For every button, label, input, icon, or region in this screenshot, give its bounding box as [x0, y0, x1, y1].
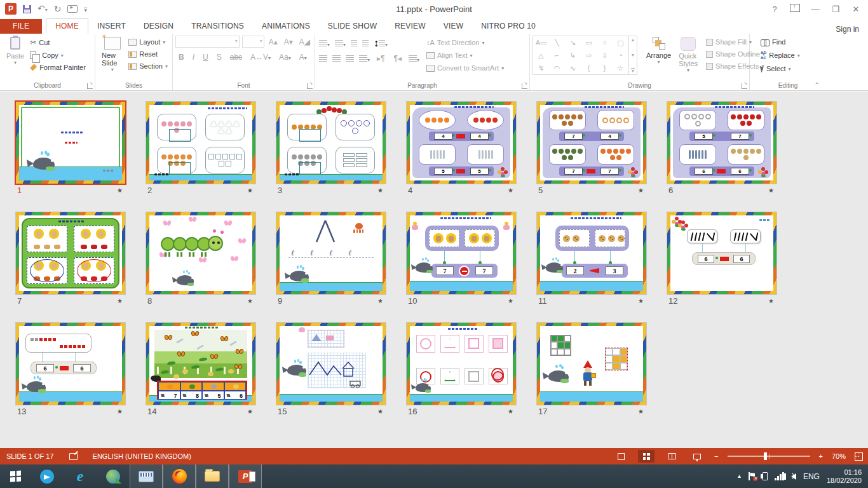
slide-thumbnail-17[interactable] [537, 323, 646, 405]
onscreen-keyboard-icon[interactable] [130, 464, 163, 488]
slide-thumbnail-16[interactable] [407, 323, 516, 405]
slide-thumbnail-3[interactable] [276, 102, 386, 184]
normal-view-icon[interactable] [613, 450, 629, 463]
italic-button[interactable]: I [191, 53, 196, 62]
new-slide-button[interactable]: New Slide▾ [98, 36, 126, 80]
change-case-button[interactable]: Aa▾ [277, 53, 293, 62]
clock[interactable]: 01:1618/02/2020 [827, 468, 862, 485]
strikethrough-button[interactable]: abc [228, 53, 244, 62]
paste-button[interactable]: Paste▾ [3, 36, 28, 80]
reading-view-icon[interactable] [663, 450, 680, 463]
select-button[interactable]: Select▾ [759, 64, 824, 74]
close-icon[interactable]: ✕ [848, 4, 864, 14]
slide-sorter-view-icon[interactable] [638, 450, 654, 463]
font-color-button[interactable]: A▾ [297, 53, 309, 62]
slide-thumbnail-8[interactable] [146, 212, 255, 294]
slide-thumbnail-14[interactable]: \\\\7\\\\8\\\\5\\\\6 [146, 323, 255, 405]
numbering-button[interactable]: ▾ [335, 37, 346, 49]
slideshow-view-icon[interactable] [689, 450, 705, 463]
align-center-button[interactable] [332, 53, 341, 64]
restore-icon[interactable]: ❐ [827, 4, 844, 14]
help-icon[interactable]: ? [766, 4, 783, 14]
tab-file[interactable]: FILE [0, 19, 42, 34]
idm-icon[interactable] [97, 464, 130, 488]
justify-button[interactable]: ▾ [359, 53, 370, 64]
ltr-direction-button[interactable]: ▸¶ [375, 54, 386, 63]
redo-icon[interactable]: ↻ [54, 4, 62, 14]
decrease-indent-button[interactable] [351, 37, 357, 49]
file-explorer-icon[interactable] [196, 464, 229, 488]
zoom-slider[interactable] [728, 456, 810, 457]
tab-slide-show[interactable]: SLIDE SHOW [319, 19, 386, 34]
quick-styles-button[interactable]: Quick Styles▾ [675, 36, 702, 80]
zoom-level[interactable]: 70% [832, 452, 846, 460]
rtl-direction-button[interactable]: ¶◂ [391, 54, 403, 63]
tab-animations[interactable]: ANIMATIONS [253, 19, 319, 34]
ribbon-display-icon[interactable] [787, 4, 803, 14]
fit-to-window-icon[interactable] [855, 452, 863, 461]
bullets-button[interactable]: ▾ [319, 37, 330, 49]
layout-button[interactable]: Layout▾ [126, 37, 170, 47]
align-left-button[interactable] [319, 53, 327, 64]
sign-in-link[interactable]: Sign in [836, 25, 868, 34]
font-name-combo[interactable] [175, 36, 240, 48]
convert-smartart-button[interactable]: Convert to SmartArt▾ [424, 63, 506, 73]
notes-icon[interactable] [69, 453, 78, 460]
slide-thumbnail-2[interactable] [146, 102, 255, 184]
arrange-button[interactable]: Arrange▾ [642, 36, 675, 80]
slide-thumbnail-15[interactable] [276, 323, 386, 405]
tab-home[interactable]: HOME [46, 18, 88, 34]
increase-indent-button[interactable] [362, 37, 369, 49]
underline-button[interactable]: U [201, 53, 210, 62]
volume-icon[interactable] [791, 473, 796, 480]
telegram-icon[interactable] [31, 464, 64, 488]
slide-thumbnail-9[interactable]: ℓℓℓℓ [276, 212, 386, 294]
slide-thumbnail-11[interactable]: 23 [537, 212, 646, 294]
grow-font-icon[interactable]: A▴ [267, 37, 280, 46]
clear-formatting-icon[interactable]: A◢ [297, 37, 312, 46]
start-button[interactable] [0, 464, 31, 488]
format-painter-button[interactable]: Format Painter [28, 62, 88, 72]
columns-button[interactable]: ▾ [409, 53, 419, 64]
powerpoint-taskbar-icon[interactable]: P [229, 464, 262, 488]
font-dialog-launcher[interactable] [307, 83, 313, 89]
slide-thumbnail-4[interactable]: 4455 [407, 102, 516, 184]
save-icon[interactable] [23, 5, 31, 13]
section-button[interactable]: Section▾ [126, 61, 170, 71]
tab-nitro-pro-10[interactable]: NITRO PRO 10 [472, 19, 545, 34]
zoom-in-icon[interactable]: + [819, 452, 823, 460]
firefox-icon[interactable] [163, 464, 196, 488]
tab-review[interactable]: REVIEW [386, 19, 435, 34]
shrink-font-icon[interactable]: A▾ [282, 37, 295, 46]
internet-explorer-icon[interactable]: e [64, 464, 97, 488]
drawing-dialog-launcher[interactable] [742, 83, 747, 89]
collapse-ribbon-icon[interactable]: ⌃ [815, 81, 820, 88]
shapes-gallery-scrollbar[interactable]: ▲▼▼ [629, 36, 637, 75]
text-direction-button[interactable]: ↕AText Direction▾ [424, 37, 506, 48]
reset-button[interactable]: Reset [126, 49, 170, 59]
shapes-gallery[interactable]: A▭╲↘▭○▢ △⌐↳⇨⇩◔ ↯◠∿{}☆ [532, 36, 629, 75]
slide-thumbnail-12[interactable]: 66 [667, 212, 776, 294]
tab-transitions[interactable]: TRANSITIONS [182, 19, 253, 34]
slide-thumbnail-6[interactable]: 5766 [667, 102, 776, 184]
slide-thumbnail-7[interactable] [16, 212, 125, 294]
power-icon[interactable] [763, 472, 768, 480]
slide-thumbnail-10[interactable]: 77 [407, 212, 516, 294]
line-spacing-button[interactable]: ↕▾ [374, 37, 388, 49]
minimize-icon[interactable]: — [807, 4, 824, 14]
tray-expand-icon[interactable]: ▲ [737, 473, 742, 479]
input-language[interactable]: ENG [803, 472, 820, 481]
language-indicator[interactable]: ENGLISH (UNITED KINGDOM) [93, 452, 191, 460]
font-size-combo[interactable] [242, 36, 264, 48]
character-spacing-button[interactable]: A↔V▾ [248, 53, 273, 62]
find-button[interactable]: Find [759, 37, 824, 47]
copy-button[interactable]: Copy▾ [28, 50, 88, 60]
bold-button[interactable]: B [177, 53, 186, 62]
action-center-icon[interactable]: ✕ [749, 472, 756, 480]
align-text-button[interactable]: Align Text▾ [424, 50, 506, 60]
tab-design[interactable]: DESIGN [135, 19, 182, 34]
align-right-button[interactable] [346, 53, 354, 64]
slide-thumbnail-1[interactable] [16, 102, 125, 184]
replace-button[interactable]: abacReplace▾ [759, 49, 824, 62]
slide-thumbnail-13[interactable]: 66 [16, 323, 125, 405]
